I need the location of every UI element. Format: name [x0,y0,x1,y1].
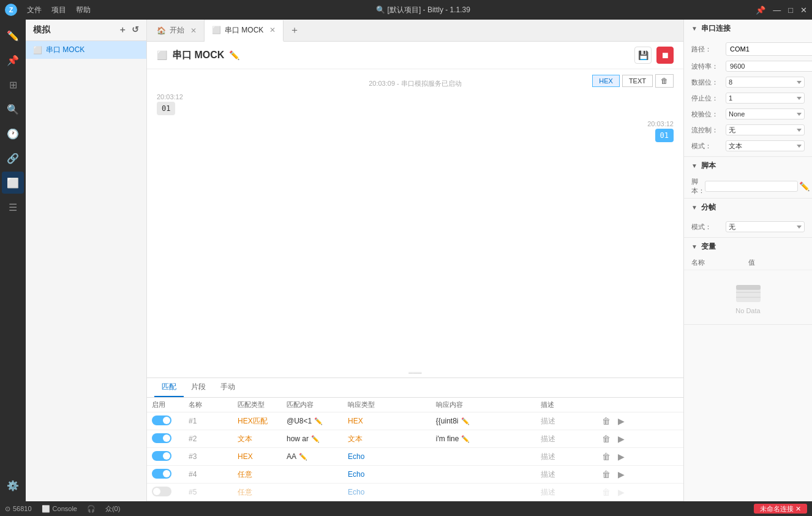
save-button[interactable]: 💾 [634,47,652,64]
parity-select[interactable]: None [726,108,805,120]
tab-start[interactable]: 🏠 开始 ✕ [149,20,205,41]
app-logo: Z [5,4,17,16]
statusbar-members[interactable]: 众(0) [105,504,120,514]
data-bits-select[interactable]: 8 [726,77,805,88]
script-edit-icon[interactable]: ✏️ [798,180,811,192]
stop-bits-select[interactable]: 1 [726,93,805,104]
tab-manual[interactable]: 手动 [213,378,242,397]
serial-connection-header[interactable]: ▼ 串口连接 [684,20,812,37]
run-btn-1[interactable]: ▶ [615,415,627,427]
titlebar: Z 文件 项目 帮助 🔍 [默认项目] - Bittly - 1.1.39 📌 … [0,0,812,20]
serial-connection-body: 路径： ↺ 波特率： 数据位： 8 停止位： [684,37,812,156]
sidebar-item-search[interactable]: 🔍 [2,98,24,120]
framing-mode-select[interactable]: 无 [726,221,805,232]
delete-btn-2[interactable]: 🗑 [600,433,613,445]
statusbar-console[interactable]: ⬜ Console [42,505,77,513]
cell-match-type-4: 任意 [233,466,282,484]
connection-status-badge[interactable]: 未命名连接 ✕ [754,504,807,514]
path-input[interactable] [726,42,812,56]
run-btn-4[interactable]: ▶ [615,468,627,480]
variables-header[interactable]: ▼ 变量 [684,238,812,256]
sidebar-item-settings[interactable]: ⚙️ [2,474,24,496]
baud-input[interactable] [726,61,812,72]
tab-serial-close[interactable]: ✕ [269,26,276,34]
tab-add-button[interactable]: ＋ [284,24,306,37]
page-edit-icon[interactable]: ✏️ [229,50,239,60]
serial-icon: ⬜ [33,46,42,55]
cell-resp-content-5 [431,484,536,501]
tab-match[interactable]: 匹配 [154,378,184,397]
hex-text-toolbar: HEX TEXT 🗑 [592,74,674,88]
framing-header[interactable]: ▼ 分帧 [684,199,812,216]
stop-button[interactable]: ⏹ [656,47,674,64]
edit-resp-2[interactable]: ✏️ [461,435,470,442]
cell-enable-3[interactable] [147,448,184,466]
toggle-2[interactable] [152,433,171,443]
message-area[interactable]: HEX TEXT 🗑 20:03:09 - 串口模拟服务已启动 20:03:12… [147,69,683,368]
minimize-icon[interactable]: — [773,6,781,15]
delete-btn-1[interactable]: 🗑 [600,415,613,427]
cell-match-content-3: AA✏️ [282,448,343,466]
table-row: #3 HEX AA✏️ Echo 描述 🗑 ▶ [147,448,683,466]
sidebar-item-pin[interactable]: 📌 [2,49,24,71]
cell-enable-2[interactable] [147,430,184,448]
tab-start-close[interactable]: ✕ [190,26,197,35]
edit-match-2[interactable]: ✏️ [311,435,320,442]
delete-btn-4[interactable]: 🗑 [600,468,613,480]
menu-file[interactable]: 文件 [27,5,42,15]
toggle-5[interactable] [152,487,171,496]
script-input[interactable] [705,181,798,192]
com-input-wrap: ↺ [726,42,812,56]
path-row: 路径： ↺ [684,40,812,58]
refresh-icon[interactable]: ↺ [132,25,139,36]
tab-serial-icon: ⬜ [212,26,221,34]
delete-btn-3[interactable]: 🗑 [600,450,613,463]
toggle-4[interactable] [152,469,171,479]
th-desc: 描述 [536,398,595,412]
var-col-value: 值 [748,258,805,267]
run-btn-5: ▶ [615,486,627,498]
edit-match-3[interactable]: ✏️ [299,453,307,460]
clear-button[interactable]: 🗑 [655,74,674,88]
cell-enable-5[interactable] [147,484,184,501]
tab-serial-mock[interactable]: ⬜ 串口 MOCK ✕ [205,20,284,42]
stop-bits-row: 停止位： 1 [684,90,812,106]
run-btn-2[interactable]: ▶ [615,433,627,445]
statusbar-headphone[interactable]: 🎧 [87,505,96,513]
sidebar-item-list[interactable]: ☰ [2,196,24,218]
menu-project[interactable]: 项目 [51,5,66,15]
sidebar-item-link[interactable]: 🔗 [2,147,24,169]
no-data-icon [734,280,763,305]
cell-resp-type-3: Echo [343,448,431,466]
tab-snippet[interactable]: 片段 [184,378,213,397]
sidebar-item-serial-mock[interactable]: ⬜ 串口 MOCK [26,41,146,59]
hex-button[interactable]: HEX [592,75,620,87]
add-icon[interactable]: ＋ [118,25,127,36]
script-header[interactable]: ▼ 脚本 [684,157,812,175]
edit-match-1[interactable]: ✏️ [314,417,323,425]
toggle-1[interactable] [152,415,171,425]
sidebar-item-monitor[interactable]: ⬜ [2,172,24,194]
sidebar-item-pencil[interactable]: ✏️ [2,25,24,47]
sidebar-item-clock[interactable]: 🕐 [2,123,24,145]
pin-icon[interactable]: 📌 [756,6,765,15]
framing-mode-label: 模式： [691,222,721,232]
edit-resp-1[interactable]: ✏️ [461,417,470,425]
framing-section: ▼ 分帧 模式： 无 [684,199,812,238]
text-button[interactable]: TEXT [622,75,653,87]
cell-actions-4: 🗑 ▶ [595,466,683,484]
statusbar-port[interactable]: ⊙ 56810 [5,505,32,513]
run-btn-3[interactable]: ▶ [615,450,627,463]
menu-help[interactable]: 帮助 [76,5,91,15]
cell-enable-1[interactable] [147,412,184,430]
parity-row: 校验位： None [684,106,812,122]
cell-enable-4[interactable] [147,466,184,484]
toggle-3[interactable] [152,451,171,461]
close-icon[interactable]: ✕ [800,6,807,15]
mode-select[interactable]: 文本 [726,140,805,151]
sidebar-item-grid[interactable]: ⊞ [2,74,24,96]
parity-label: 校验位： [691,110,721,119]
msg-time-1: 20:03:12 [157,93,674,101]
flow-control-select[interactable]: 无 [726,124,805,135]
maximize-icon[interactable]: □ [788,6,793,15]
